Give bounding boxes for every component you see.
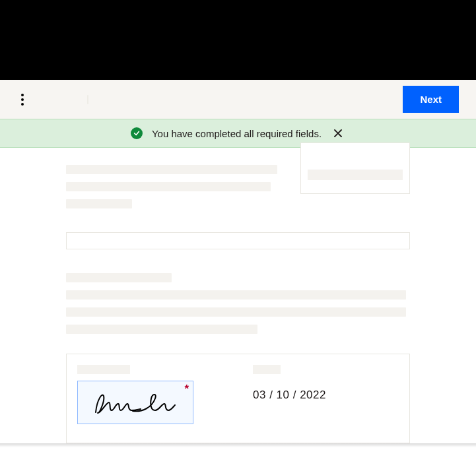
signature-glyph xyxy=(89,389,182,416)
required-asterisk: * xyxy=(184,383,189,396)
top-black-bar xyxy=(0,0,476,80)
placeholder-line xyxy=(66,165,277,174)
placeholder-line xyxy=(66,199,132,208)
banner-message: You have completed all required fields. xyxy=(152,128,322,139)
signature-column: * xyxy=(77,365,193,424)
next-button[interactable]: Next xyxy=(403,86,459,113)
side-info-box xyxy=(300,142,410,194)
signature-label-placeholder xyxy=(77,365,130,374)
date-label-placeholder xyxy=(253,365,281,374)
placeholder-line xyxy=(66,290,406,300)
placeholder-line xyxy=(66,325,257,334)
toolbar-left xyxy=(17,90,88,110)
check-circle-icon xyxy=(131,127,143,139)
input-placeholder-box xyxy=(66,232,410,249)
document-content: * 03 / 10 / 2022 xyxy=(0,148,476,447)
placeholder-line xyxy=(66,182,271,191)
date-value: 03 / 10 / 2022 xyxy=(253,389,326,402)
content-shadow xyxy=(0,443,476,447)
placeholder-line xyxy=(308,170,403,180)
signature-section: * 03 / 10 / 2022 xyxy=(66,354,410,443)
placeholder-line xyxy=(66,273,172,282)
paragraph-block-2 xyxy=(66,273,410,334)
date-column: 03 / 10 / 2022 xyxy=(253,365,326,424)
placeholder-line xyxy=(66,307,406,317)
close-icon[interactable] xyxy=(331,126,345,141)
more-options-menu[interactable] xyxy=(17,90,28,110)
toolbar-divider xyxy=(87,95,88,104)
toolbar: Next xyxy=(0,80,476,119)
bottom-spacer xyxy=(0,447,476,475)
signature-field[interactable]: * xyxy=(77,381,193,424)
